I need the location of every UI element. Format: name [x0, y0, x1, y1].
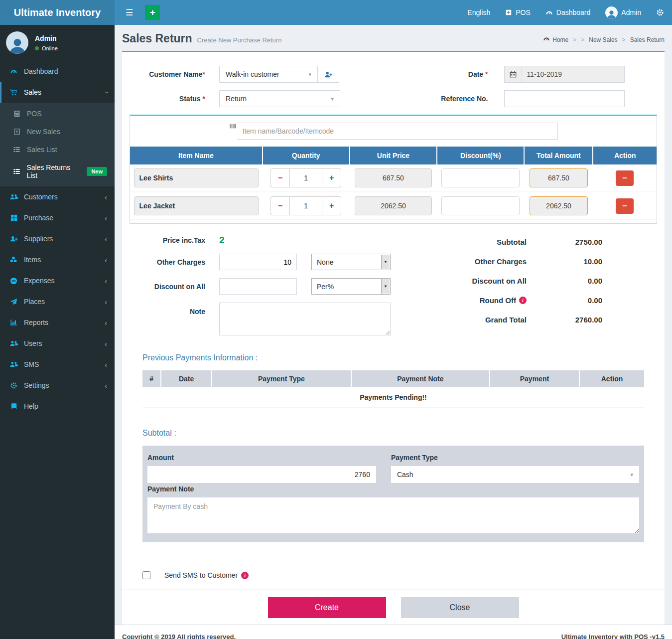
sidebar-item-users[interactable]: Users ‹ — [0, 333, 115, 354]
sidebar-item-places[interactable]: Places ‹ — [0, 291, 115, 312]
nav-settings[interactable] — [656, 8, 664, 16]
sidebar-item-settings[interactable]: Settings ‹ — [0, 375, 115, 396]
minus-icon: − — [622, 174, 627, 182]
sidebar-item-purchase[interactable]: Purchase ‹ — [0, 207, 115, 228]
discount-all-type-value: Per% — [317, 283, 334, 291]
breadcrumb-new-sales-label: New Sales — [589, 36, 617, 43]
sidebar-toggle-icon[interactable]: ☰ — [121, 4, 138, 21]
sidebar-item-label: Sales — [24, 88, 41, 96]
unit-price-input[interactable] — [355, 196, 432, 215]
sidebar-item-dashboard[interactable]: Dashboard — [0, 61, 115, 82]
sidebar-item-pos[interactable]: POS — [0, 105, 115, 123]
sidebar-item-sales[interactable]: Sales ‹ — [0, 82, 115, 103]
discount-all-row: Discount on All Per%▼ — [130, 278, 430, 295]
nav-user-label: Admin — [621, 8, 641, 16]
customer-select[interactable]: Walk-in customer▾ — [219, 66, 318, 83]
previous-payments-section: Previous Payments Information : # Date P… — [142, 353, 644, 542]
info-icon[interactable]: i — [519, 297, 527, 304]
page-title: Sales Return — [122, 32, 192, 45]
sidebar-item-label: New Sales — [27, 128, 60, 136]
qty-increase-button[interactable]: + — [322, 168, 341, 187]
dashboard-icon — [545, 9, 553, 16]
info-icon[interactable]: i — [241, 572, 249, 579]
col-header-discount: Discount(%) — [437, 147, 524, 164]
sidebar-item-label: Suppliers — [24, 235, 53, 243]
quick-add-button[interactable]: + — [145, 5, 160, 20]
remove-item-button[interactable]: − — [616, 198, 634, 214]
paper-plane-icon — [9, 298, 18, 306]
sidebar-item-help[interactable]: Help — [0, 396, 115, 417]
discount-input[interactable] — [441, 196, 520, 215]
list-icon — [12, 146, 21, 153]
add-customer-button[interactable] — [317, 66, 339, 83]
sidebar-item-customers[interactable]: Customers ‹ — [0, 186, 115, 207]
payment-type-select[interactable]: Cash▾ — [391, 466, 639, 483]
sidebar-item-expenses[interactable]: Expenses ‹ — [0, 270, 115, 291]
create-button[interactable]: Create — [268, 597, 386, 618]
nav-pos[interactable]: POS — [505, 8, 531, 16]
nav-dashboard[interactable]: Dashboard — [545, 8, 591, 16]
nav-user[interactable]: Admin — [605, 6, 641, 19]
total-amount-input[interactable] — [530, 196, 588, 215]
sidebar-item-suppliers[interactable]: Suppliers ‹ — [0, 228, 115, 249]
breadcrumb-home[interactable]: Home — [543, 35, 568, 44]
remove-item-button[interactable]: − — [616, 170, 634, 186]
breadcrumb-new-sales[interactable]: New Sales — [589, 36, 617, 43]
top-navbar: Ultimate Inventory ☰ + English POS Dashb… — [0, 0, 672, 25]
sales-submenu: POS New Sales Sales List Sales Retu — [0, 103, 115, 186]
sidebar-user-status[interactable]: Online — [35, 45, 58, 51]
col-header-quantity: Quantity — [263, 147, 350, 164]
reference-input[interactable] — [504, 90, 625, 107]
total-amount-input[interactable] — [530, 168, 588, 187]
charges-column: Price inc.Tax 2 Other Charges None▼ Disc… — [130, 235, 430, 343]
payment-note-textarea[interactable] — [147, 497, 639, 533]
price-inc-tax-row: Price inc.Tax 2 — [130, 235, 430, 246]
item-search-input[interactable] — [237, 123, 558, 140]
sidebar-item-items[interactable]: Items ‹ — [0, 249, 115, 270]
send-sms-checkbox[interactable] — [142, 571, 150, 579]
gears-icon — [656, 8, 664, 16]
discount-input[interactable] — [441, 168, 520, 187]
amount-input[interactable] — [147, 466, 376, 483]
qty-decrease-button[interactable]: − — [270, 196, 289, 215]
minus-icon: − — [622, 202, 627, 210]
date-input[interactable] — [522, 66, 625, 83]
subtotal-label: Subtotal — [497, 238, 527, 246]
combo-arrow-icon: ▼ — [381, 255, 390, 269]
other-charges-type-select[interactable]: None▼ — [311, 254, 391, 270]
price-inc-tax-label: Price inc.Tax — [130, 236, 205, 244]
close-button[interactable]: Close — [401, 597, 519, 618]
status-label: Status * — [130, 95, 205, 103]
discount-all-input[interactable] — [219, 278, 297, 295]
sidebar-item-sales-returns-list[interactable]: Sales Returns List New — [0, 159, 115, 184]
note-textarea[interactable] — [219, 303, 391, 335]
col-header-action: Action — [579, 370, 644, 387]
sidebar-menu: Dashboard Sales ‹ POS New — [0, 61, 115, 417]
sidebar-item-reports[interactable]: Reports ‹ — [0, 312, 115, 333]
sidebar-item-new-sales[interactable]: New Sales — [0, 123, 115, 141]
form-row-1: Customer Name* Walk-in customer▾ Date * — [130, 66, 657, 83]
sidebar: Admin Online Dashboard Sales ‹ — [0, 25, 115, 639]
brand-logo[interactable]: Ultimate Inventory — [0, 0, 115, 25]
sidebar-item-sms[interactable]: SMS ‹ — [0, 354, 115, 375]
qty-increase-button[interactable]: + — [322, 196, 341, 215]
nav-language[interactable]: English — [467, 8, 490, 16]
items-panel: Item Name Quantity Unit Price Discount(%… — [130, 115, 657, 224]
status-select[interactable]: Return▾ — [219, 90, 340, 107]
page-subtitle: Create New Purchase Return — [197, 36, 282, 44]
unit-price-input[interactable] — [355, 168, 432, 187]
qty-input[interactable] — [289, 168, 322, 187]
breadcrumb-current: Sales Return — [630, 36, 665, 43]
sidebar-item-sales-list[interactable]: Sales List — [0, 141, 115, 159]
item-name-input[interactable] — [134, 196, 259, 215]
nav-pos-label: POS — [516, 8, 531, 16]
grand-total-label: Grand Total — [485, 316, 527, 324]
qty-decrease-button[interactable]: − — [270, 168, 289, 187]
other-charges-input[interactable] — [219, 254, 297, 270]
grand-total-value: 2760.00 — [527, 316, 602, 324]
qty-input[interactable] — [289, 196, 322, 215]
item-name-input[interactable] — [134, 168, 259, 187]
chevron-left-icon: ‹ — [105, 382, 107, 389]
navbar: ☰ + English POS Dashboard Admin — [115, 0, 672, 25]
discount-all-type-select[interactable]: Per%▼ — [311, 278, 391, 295]
